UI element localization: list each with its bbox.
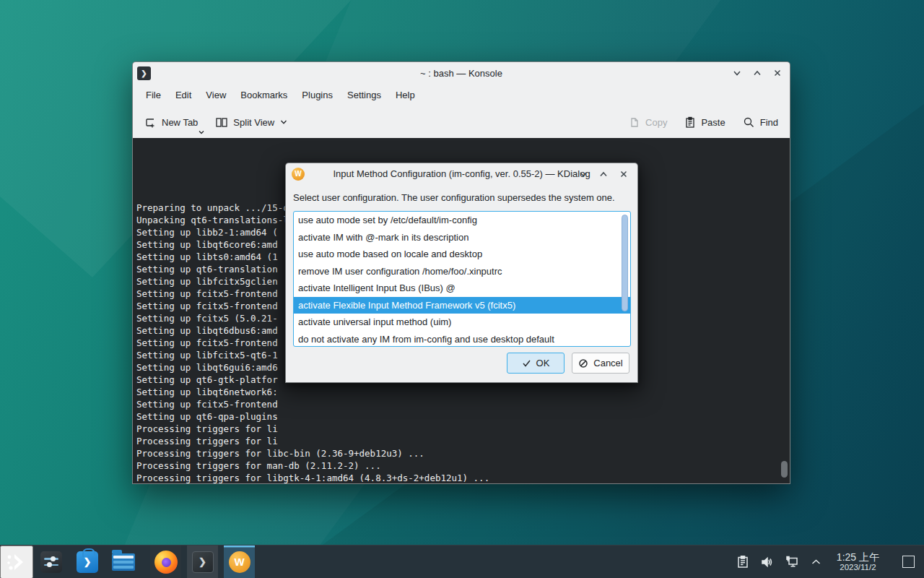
close-icon: [772, 68, 783, 78]
chevron-down-icon: [578, 169, 588, 179]
show-desktop-button[interactable]: [899, 551, 917, 573]
clock-date: 2023/11/2: [837, 563, 879, 572]
dialog-close-button[interactable]: [616, 166, 632, 182]
terminal-line: Processing triggers for libc-bin (2.36-9…: [136, 447, 786, 460]
cancel-label: Cancel: [593, 358, 622, 368]
copy-button[interactable]: Copy: [625, 112, 670, 133]
clock-time: 1:25 上午: [837, 551, 879, 563]
chevron-up-icon: [752, 68, 762, 78]
ok-button[interactable]: OK: [507, 353, 565, 374]
find-label: Find: [760, 117, 778, 128]
terminal-line: Processing triggers for li: [136, 423, 786, 435]
list-item[interactable]: activate Flexible Input Method Framework…: [294, 297, 630, 314]
split-view-icon: [215, 117, 228, 128]
app-launcher-icon: [6, 553, 27, 571]
list-item[interactable]: activate Intelligent Input Bus (IBus) @: [294, 280, 630, 297]
ok-label: OK: [536, 358, 550, 368]
chevron-up-icon: [811, 558, 821, 566]
menubar: FileEditViewBookmarksPluginsSettingsHelp: [133, 84, 790, 106]
menu-item[interactable]: Settings: [340, 86, 388, 104]
system-settings-launcher[interactable]: [33, 545, 69, 578]
im-config-dialog: W Input Method Configuration (im-config,…: [285, 163, 638, 383]
task-konsole[interactable]: ❯: [187, 545, 218, 578]
list-item[interactable]: use auto mode set by /etc/default/im-con…: [294, 212, 630, 229]
dialog-maximize-button[interactable]: [596, 166, 611, 182]
menu-item[interactable]: File: [139, 86, 168, 104]
app-launcher-button[interactable]: [0, 545, 33, 578]
find-button[interactable]: Find: [740, 112, 781, 133]
cancel-icon: [578, 358, 588, 368]
list-item[interactable]: activate IM with @-mark in its descripti…: [294, 229, 630, 246]
maximize-button[interactable]: [749, 65, 765, 81]
copy-icon: [628, 116, 640, 129]
list-item[interactable]: use auto mode based on locale and deskto…: [294, 246, 630, 263]
terminal-line: Processing triggers for man-db (2.11.2-2…: [136, 460, 786, 472]
toolbar: New Tab Split View Copy Paste Find: [133, 106, 790, 138]
terminal-line: Processing triggers for libgtk-4-1:amd64…: [136, 472, 786, 483]
terminal-line: Setting up libqt6network6:: [136, 386, 786, 398]
minimize-button[interactable]: [729, 65, 745, 81]
show-desktop-icon: [902, 556, 915, 568]
im-config-icon: W: [292, 168, 305, 181]
chevron-down-icon: [198, 129, 205, 135]
new-tab-label: New Tab: [162, 117, 198, 128]
konsole-icon: ❯: [137, 66, 151, 80]
list-scrollbar[interactable]: [622, 215, 628, 311]
digital-clock[interactable]: 1:25 上午 2023/11/2: [837, 551, 879, 572]
dialog-titlebar[interactable]: W Input Method Configuration (im-config,…: [286, 163, 637, 184]
terminal-line: Setting up fcitx5-frontend: [136, 398, 786, 410]
konsole-icon: ❯: [192, 551, 214, 573]
chevron-up-icon: [598, 169, 609, 179]
menu-item[interactable]: Bookmarks: [233, 86, 295, 104]
clipboard-tray-button[interactable]: [733, 551, 753, 573]
firefox-icon: [154, 551, 178, 574]
list-item[interactable]: do not activate any IM from im-config an…: [294, 331, 630, 348]
file-manager-launcher[interactable]: [105, 545, 141, 578]
paste-icon: [684, 116, 696, 129]
paste-button[interactable]: Paste: [681, 112, 728, 133]
split-view-button[interactable]: Split View: [212, 113, 291, 132]
chevron-down-icon: [279, 118, 288, 126]
taskbar: ❯ ❯ W 1:25 上午 2023/11/2: [0, 545, 924, 578]
menu-item[interactable]: Help: [388, 86, 422, 104]
system-settings-icon: [40, 551, 62, 573]
check-icon: [522, 358, 531, 368]
menu-item[interactable]: View: [199, 86, 233, 104]
konsole-titlebar[interactable]: ❯ ~ : bash — Konsole: [133, 62, 790, 84]
menu-item[interactable]: Plugins: [295, 86, 340, 104]
display-tray-button[interactable]: [782, 551, 802, 573]
copy-label: Copy: [645, 117, 667, 128]
chevron-down-icon: [732, 68, 742, 78]
terminal-line: Processing triggers for li: [136, 435, 786, 447]
task-firefox[interactable]: [150, 545, 181, 578]
close-icon: [619, 169, 629, 179]
discover-launcher[interactable]: ❯: [69, 545, 105, 578]
list-item[interactable]: activate universal input method (uim): [294, 314, 630, 331]
folder-icon: [112, 553, 135, 571]
volume-icon: [760, 556, 774, 569]
terminal-line: Setting up qt6-qpa-plugins: [136, 410, 786, 423]
terminal-scrollbar[interactable]: [781, 461, 788, 478]
search-icon: [743, 116, 755, 129]
split-view-label: Split View: [233, 117, 274, 128]
dialog-minimize-button[interactable]: [575, 166, 591, 182]
cancel-button[interactable]: Cancel: [572, 353, 629, 374]
im-list: use auto mode set by /etc/default/im-con…: [293, 211, 631, 347]
new-tab-icon: [144, 116, 157, 129]
window-title: ~ : bash — Konsole: [133, 68, 790, 79]
menu-item[interactable]: Edit: [168, 86, 199, 104]
expand-tray-button[interactable]: [806, 551, 827, 573]
im-config-icon: W: [229, 551, 250, 573]
close-button[interactable]: [770, 65, 785, 81]
system-tray: 1:25 上午 2023/11/2: [733, 551, 924, 573]
task-im-config[interactable]: W: [224, 545, 255, 578]
dialog-message: Select user configuration. The user conf…: [293, 192, 615, 203]
display-icon: [785, 555, 799, 569]
volume-tray-button[interactable]: [757, 551, 777, 573]
new-tab-button[interactable]: New Tab: [141, 112, 201, 133]
paste-label: Paste: [701, 117, 725, 128]
list-item[interactable]: remove IM user configuration /home/foo/.…: [294, 263, 630, 280]
discover-icon: ❯: [77, 551, 98, 573]
clipboard-icon: [736, 555, 749, 569]
